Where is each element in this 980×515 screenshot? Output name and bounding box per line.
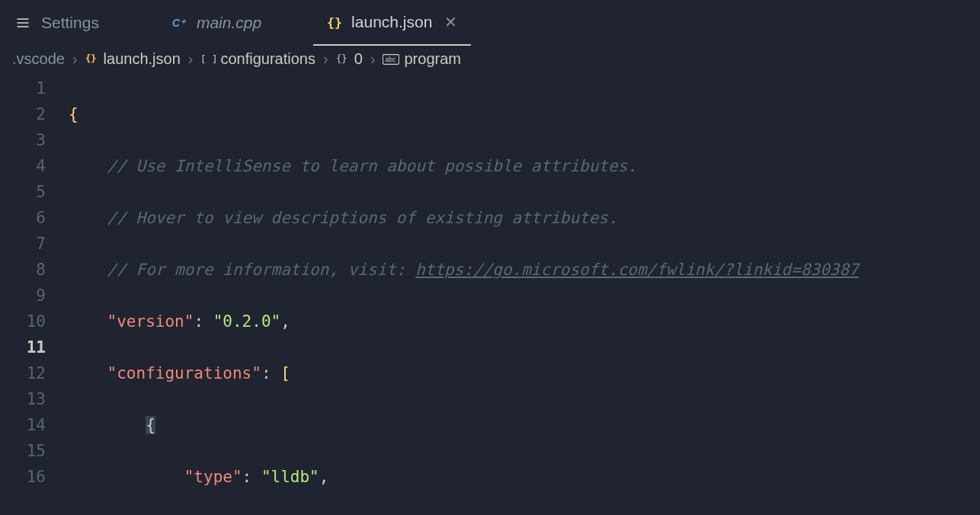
breadcrumb-folder[interactable]: .vscode: [12, 50, 65, 68]
svg-text:{}: {}: [327, 15, 342, 30]
breadcrumb-program[interactable]: abc program: [383, 50, 460, 68]
breadcrumb-index[interactable]: {} 0: [336, 50, 363, 68]
json-file-icon: {}: [327, 14, 344, 30]
array-icon: [ ]: [200, 53, 216, 66]
cpp-file-icon: C⁺: [172, 14, 189, 31]
tab-settings[interactable]: Settings: [0, 0, 113, 46]
hamburger-icon: [15, 15, 30, 30]
chevron-right-icon: ›: [370, 50, 376, 68]
object-icon: {}: [336, 53, 350, 66]
tab-settings-label: Settings: [41, 14, 99, 32]
line-number-gutter: 1 2 3 4 5 6 7 8 9 10 11 12 13 14 15 16: [0, 75, 69, 515]
json-file-icon: {}: [85, 53, 99, 66]
string-icon: abc: [383, 53, 399, 66]
tab-main-cpp[interactable]: C⁺ main.cpp: [159, 0, 275, 46]
tab-launch-label: launch.json: [351, 13, 432, 31]
breadcrumb-configurations[interactable]: [ ] configurations: [200, 50, 315, 68]
chevron-right-icon: ›: [72, 50, 78, 68]
code-editor[interactable]: 1 2 3 4 5 6 7 8 9 10 11 12 13 14 15 16 {…: [0, 75, 980, 515]
tab-bar: Settings C⁺ main.cpp {} launch.json ✕: [0, 0, 980, 46]
svg-text:{}: {}: [85, 53, 96, 64]
svg-text:{}: {}: [336, 53, 347, 64]
code-content[interactable]: { // Use IntelliSense to learn about pos…: [69, 75, 980, 515]
svg-text:C⁺: C⁺: [172, 18, 187, 29]
svg-text:abc: abc: [386, 56, 396, 63]
svg-text:[ ]: [ ]: [200, 53, 216, 65]
tab-launch-json[interactable]: {} launch.json ✕: [313, 0, 471, 46]
breadcrumb-file[interactable]: {} launch.json: [85, 50, 181, 68]
tab-main-label: main.cpp: [197, 14, 261, 32]
breadcrumb: .vscode › {} launch.json › [ ] configura…: [0, 46, 980, 75]
close-icon[interactable]: ✕: [444, 13, 457, 31]
chevron-right-icon: ›: [323, 50, 328, 68]
chevron-right-icon: ›: [188, 50, 194, 68]
